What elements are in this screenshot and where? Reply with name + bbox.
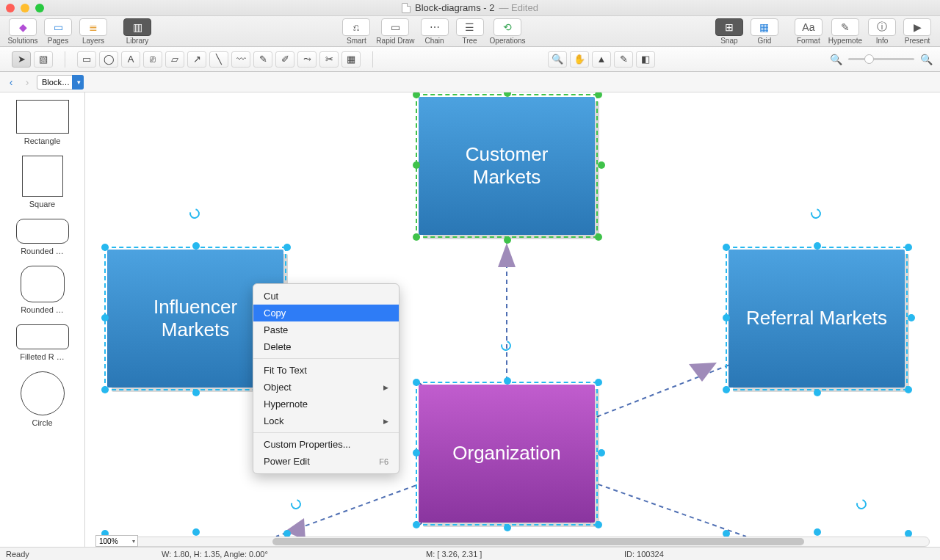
eraser-tool[interactable]: ◧ (636, 51, 655, 68)
ctx-cut[interactable]: Cut (253, 288, 399, 305)
tree-button[interactable]: ☰Tree (455, 18, 485, 45)
block-label: Organization (452, 442, 560, 465)
arrow-tool[interactable]: ↗ (187, 51, 206, 68)
operations-button[interactable]: ⟲Operations (490, 18, 526, 45)
library-label: Library (126, 37, 149, 45)
hscroll-thumb[interactable] (272, 538, 804, 545)
pages-label: Pages (48, 37, 68, 45)
zoom-slider-knob[interactable] (864, 54, 874, 64)
highlighter-tool[interactable]: ✐ (275, 51, 294, 68)
format-icon: Aa (795, 18, 822, 36)
format-button[interactable]: AaFormat (793, 18, 824, 45)
callout-tool[interactable]: ▱ (165, 51, 184, 68)
page-nav-bar: ‹ › Block… (0, 72, 940, 92)
shape-rounded-1[interactable]: Rounded … (16, 219, 69, 255)
ctx-delete[interactable]: Delete (253, 338, 399, 355)
curve-tool[interactable]: 〰 (231, 51, 250, 68)
grid-button[interactable]: ▦Grid (749, 18, 780, 45)
window-title: Block-diagrams - 2 — Edited (0, 2, 940, 13)
rect-tool[interactable]: ▭ (77, 51, 96, 68)
present-button[interactable]: ▶Present (902, 18, 933, 45)
ctx-separator (253, 358, 399, 359)
canvas[interactable]: Customer Markets Influencer Markets Refe… (85, 92, 940, 547)
rotation-handle[interactable] (809, 206, 822, 220)
hand-tool[interactable]: ✋ (570, 51, 589, 68)
rotation-handle[interactable] (854, 497, 868, 511)
hypernote-button[interactable]: ✎Hypernote (828, 18, 862, 45)
zoom-slider-track[interactable] (848, 58, 914, 60)
main-toolbar: ◆ Solutions ▭ Pages ≣ Layers ▥ Library ⎌… (0, 16, 940, 47)
window-title-edited: — Edited (499, 2, 538, 13)
shape-rectangle[interactable]: Rectangle (16, 100, 69, 145)
ctx-paste[interactable]: Paste (253, 321, 399, 338)
ctx-object[interactable]: Object (253, 379, 399, 396)
rotation-handle[interactable] (499, 338, 513, 352)
snap-icon: ⊞ (715, 18, 743, 36)
block-customer-markets[interactable]: Customer Markets (419, 97, 595, 235)
hypernote-icon: ✎ (831, 18, 859, 36)
circle-icon (21, 371, 65, 415)
chain-button[interactable]: ⋯Chain (419, 18, 450, 45)
page-dropdown[interactable]: Block… (37, 75, 84, 90)
zoom-tool[interactable]: 🔍 (548, 51, 567, 68)
info-button[interactable]: ⓘInfo (867, 18, 897, 45)
block-referral-markets[interactable]: Referral Markets (728, 250, 905, 388)
ctx-power-edit[interactable]: Power EditF6 (253, 453, 399, 470)
rapid-draw-button[interactable]: ▭Rapid Draw (376, 18, 414, 45)
pages-button[interactable]: ▭ Pages (43, 18, 73, 45)
snap-button[interactable]: ⊞Snap (714, 18, 745, 45)
smart-label: Smart (347, 37, 366, 45)
grid-icon: ▦ (751, 18, 778, 36)
ctx-copy[interactable]: Copy (253, 305, 399, 321)
shape-label: Filleted R … (20, 352, 65, 361)
info-icon: ⓘ (868, 18, 896, 36)
block-organization[interactable]: Organization (419, 385, 595, 523)
shape-filleted[interactable]: Filleted R … (16, 324, 69, 361)
context-menu: Cut Copy Paste Delete Fit To Text Object… (253, 283, 400, 474)
line-tool[interactable]: ╲ (209, 51, 228, 68)
present-icon: ▶ (903, 18, 931, 36)
shape-rounded-2[interactable]: Rounded … (21, 266, 65, 314)
rounded-rect-icon (16, 219, 69, 244)
ellipse-tool[interactable]: ◯ (99, 51, 118, 68)
ctx-custom-properties[interactable]: Custom Properties... (253, 436, 399, 453)
connector-tool[interactable]: ⤳ (297, 51, 317, 68)
nav-back-button[interactable]: ‹ (4, 76, 18, 89)
text-tool[interactable]: A (121, 51, 140, 68)
toolstrip-view-group: 🔍 ✋ ▲ ✎ ◧ (543, 51, 659, 68)
pen-tool[interactable]: ✎ (253, 51, 272, 68)
stamp-tool[interactable]: ▲ (592, 51, 611, 68)
zoom-dropdown[interactable]: 100% (95, 535, 138, 547)
chain-label: Chain (425, 37, 444, 45)
block-label: Referral Markets (746, 307, 887, 330)
filleted-rect-icon (16, 324, 69, 349)
smart-button[interactable]: ⎌Smart (341, 18, 372, 45)
ctx-fit-to-text[interactable]: Fit To Text (253, 362, 399, 379)
scissors-tool[interactable]: ✂ (319, 51, 339, 68)
zoom-in-icon[interactable]: 🔍 (920, 54, 933, 65)
rotation-handle[interactable] (187, 206, 201, 220)
solutions-button[interactable]: ◆ Solutions (7, 18, 38, 45)
solutions-icon: ◆ (9, 18, 37, 36)
horizontal-scrollbar[interactable] (95, 537, 930, 547)
textbox-tool[interactable]: ⎚ (143, 51, 162, 68)
ctx-hypernote[interactable]: Hypernote (253, 396, 399, 412)
hypernote-label: Hypernote (828, 37, 862, 45)
shape-circle[interactable]: Circle (21, 371, 65, 427)
status-bar: Ready W: 1.80, H: 1.35, Angle: 0.00° M: … (0, 547, 940, 560)
table-tool[interactable]: ▦ (341, 51, 361, 68)
library-button[interactable]: ▥ Library (122, 18, 153, 45)
nav-forward-button[interactable]: › (21, 76, 34, 89)
zoom-slider[interactable]: 🔍 🔍 (830, 54, 933, 65)
ctx-lock[interactable]: Lock (253, 412, 399, 429)
svg-marker-7 (498, 243, 516, 267)
shape-square[interactable]: Square (22, 156, 63, 208)
marquee-tool[interactable]: ▧ (34, 51, 53, 68)
dropper-tool[interactable]: ✎ (614, 51, 633, 68)
rotation-handle[interactable] (289, 497, 303, 511)
layers-button[interactable]: ≣ Layers (78, 18, 109, 45)
pointer-tool[interactable]: ➤ (12, 51, 31, 68)
zoom-out-icon[interactable]: 🔍 (830, 54, 842, 65)
rectangle-icon (16, 100, 69, 134)
status-mouse: M: [ 3.26, 2.31 ] (426, 550, 482, 559)
